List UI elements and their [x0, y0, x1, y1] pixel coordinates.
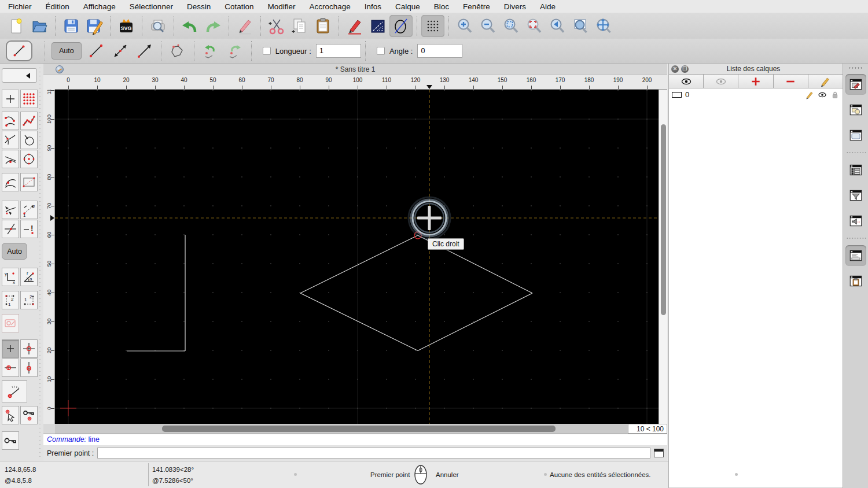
snap-intersection-button[interactable] — [2, 131, 19, 149]
coord-polar-button[interactable]: ra — [20, 268, 38, 286]
menu-item[interactable]: Cotation — [225, 2, 253, 11]
coord-relative-polar-button[interactable]: 12 — [20, 291, 38, 309]
drawing-canvas[interactable]: Clic droit — [55, 90, 659, 424]
set-relative-zero-button[interactable] — [2, 406, 19, 424]
snap-nearest-button[interactable] — [2, 150, 19, 168]
delete-entities-button[interactable] — [233, 15, 256, 37]
snap-rectangle-button[interactable] — [20, 173, 38, 191]
detach-command-widget-button[interactable] — [654, 449, 664, 457]
canvas-horizontal-scrollbar[interactable] — [55, 424, 628, 434]
angle-checkbox[interactable] — [377, 47, 385, 55]
canvas-vertical-scrollbar[interactable] — [659, 90, 667, 424]
hide-all-layers-button[interactable] — [704, 75, 738, 88]
redo-segment-button[interactable] — [223, 40, 247, 61]
svg-export-button[interactable]: SVG — [115, 15, 138, 37]
zoom-extents-button[interactable] — [523, 15, 546, 37]
menu-item[interactable]: Sélectionner — [130, 2, 173, 11]
menu-item[interactable]: Fichier — [8, 2, 32, 11]
snap-warning-button[interactable]: ! — [20, 220, 38, 238]
snap-distance-button[interactable]: 12 — [20, 201, 38, 219]
snap-grid-button[interactable] — [20, 90, 38, 108]
restrict-nothing-button[interactable] — [2, 339, 19, 358]
menu-item[interactable]: Édition — [46, 2, 69, 11]
vertical-scroll-thumb[interactable] — [661, 124, 666, 315]
remove-layer-button[interactable] — [774, 75, 808, 88]
line-horizontal-button[interactable] — [133, 40, 157, 61]
undock-panel-icon[interactable]: ❐ — [681, 65, 689, 73]
angle-gauge-button[interactable] — [2, 380, 27, 402]
zoom-out-button[interactable] — [476, 15, 499, 37]
menu-item[interactable]: Dessin — [187, 2, 211, 11]
snap-free-button[interactable] — [2, 90, 19, 108]
length-input[interactable] — [316, 44, 361, 58]
snap-intersection-manual-button[interactable] — [2, 220, 19, 238]
command-input[interactable] — [97, 448, 650, 459]
layer-edit-pencil-icon[interactable] — [805, 90, 814, 99]
horizontal-scroll-thumb[interactable] — [162, 426, 556, 432]
dock-command-line-button[interactable] — [845, 245, 866, 266]
zoom-auto-button[interactable] — [499, 15, 523, 37]
snap-tangent-button[interactable] — [2, 173, 19, 191]
length-checkbox[interactable] — [263, 47, 271, 55]
menu-item[interactable]: Bloc — [434, 2, 449, 11]
show-all-layers-button[interactable] — [669, 75, 704, 88]
layer-color-swatch[interactable] — [672, 92, 682, 98]
palette-back-button[interactable] — [2, 68, 37, 83]
undo-segment-button[interactable] — [198, 40, 223, 61]
open-file-button[interactable] — [28, 15, 51, 37]
menu-item[interactable]: Accrochage — [309, 2, 350, 11]
snap-center-button[interactable] — [20, 131, 38, 149]
save-button[interactable] — [60, 15, 83, 37]
edit-layer-button[interactable] — [808, 75, 843, 88]
zoom-pan-button[interactable] — [592, 15, 615, 37]
menu-item[interactable]: Affichage — [83, 2, 116, 11]
layer-visible-eye-icon[interactable] — [818, 90, 827, 99]
dock-plugin-button[interactable] — [845, 210, 866, 231]
line-two-points-button[interactable] — [84, 40, 108, 61]
palette-scroll-strip[interactable] — [38, 66, 42, 457]
polyline-button[interactable] — [165, 40, 190, 61]
dock-layer-list-button[interactable] — [845, 74, 866, 95]
close-panel-icon[interactable]: ✕ — [671, 65, 679, 73]
menu-item[interactable]: Modifier — [267, 2, 295, 11]
restrict-horizontal-button[interactable] — [2, 358, 19, 377]
dock-selection-filter-button[interactable] — [845, 185, 866, 206]
add-layer-button[interactable] — [738, 75, 773, 88]
menu-item[interactable]: Fenêtre — [463, 2, 490, 11]
zoom-in-button[interactable] — [453, 15, 476, 37]
line-angle-button[interactable] — [108, 40, 133, 61]
coord-relative-button[interactable]: 12 — [2, 291, 19, 309]
new-file-button[interactable] — [5, 15, 28, 37]
snap-on-entity-button[interactable] — [20, 112, 38, 130]
dock-block-list-button[interactable] — [845, 99, 866, 120]
auto-mode-button[interactable]: Auto — [52, 42, 82, 60]
menu-item[interactable]: Divers — [504, 2, 526, 11]
ellipse-attributes-button[interactable] — [389, 15, 413, 37]
paste-button[interactable] — [311, 15, 334, 37]
menu-item[interactable]: Aide — [540, 2, 556, 11]
lock-relative-zero-button[interactable] — [20, 406, 38, 424]
dock-clipboard-button[interactable] — [845, 271, 866, 291]
angle-input[interactable] — [417, 44, 462, 58]
snap-auto-arrows-button[interactable] — [2, 201, 19, 219]
redo-button[interactable] — [201, 15, 225, 37]
tool-options-button[interactable] — [2, 314, 19, 332]
snap-auto-button[interactable]: Auto — [2, 243, 27, 260]
coord-cartesian-button[interactable]: yx — [2, 268, 19, 286]
menu-item[interactable]: Calque — [395, 2, 420, 11]
dock-library-browser-button[interactable] — [845, 125, 866, 146]
dock-entity-list-button[interactable] — [845, 160, 866, 180]
snap-endpoint-button[interactable] — [2, 112, 19, 130]
current-tool-line-button[interactable] — [6, 40, 32, 61]
layer-unlocked-padlock-icon[interactable] — [830, 90, 840, 99]
copy-button[interactable] — [288, 15, 311, 37]
save-as-button[interactable] — [83, 15, 106, 37]
zoom-previous-button[interactable] — [546, 15, 569, 37]
cut-button[interactable] — [265, 15, 288, 37]
pen-attributes-button[interactable] — [343, 15, 366, 37]
zoom-window-button[interactable] — [569, 15, 592, 37]
restrict-orthogonal-button[interactable] — [20, 339, 38, 358]
restrict-vertical-button[interactable] — [20, 358, 38, 377]
print-preview-button[interactable] — [146, 15, 170, 37]
layer-row[interactable]: 0 — [669, 88, 843, 101]
